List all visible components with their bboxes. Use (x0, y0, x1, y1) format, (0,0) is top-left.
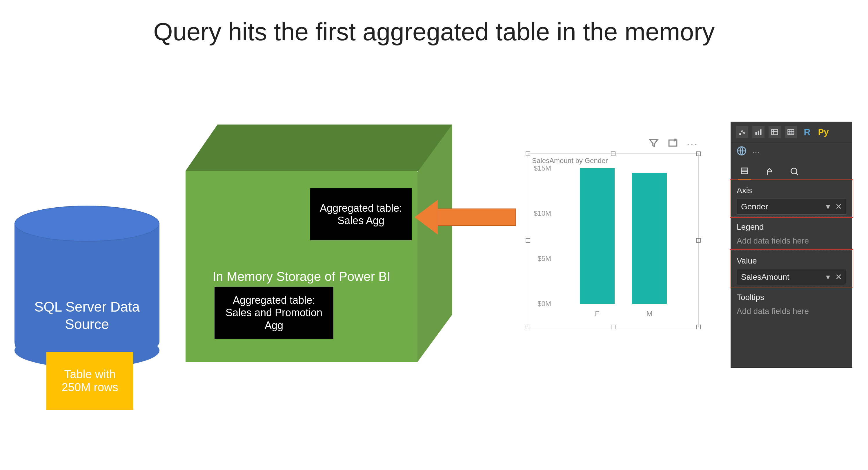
svg-rect-5 (758, 131, 759, 135)
globe-icon[interactable] (736, 145, 747, 158)
chart-plot-area: $0M$5M$10M$15MFM (554, 168, 692, 304)
svg-rect-16 (741, 168, 748, 174)
chevron-down-icon[interactable]: ▾ (826, 272, 830, 282)
values-field-name: SalesAmount (741, 272, 789, 282)
viz-combo-icon[interactable] (752, 126, 765, 138)
chevron-down-icon[interactable]: ▾ (826, 202, 830, 211)
legend-placeholder: Add data fields here (737, 233, 846, 248)
axis-field-name: Gender (741, 202, 768, 211)
x-axis-tick: F (580, 309, 615, 318)
tooltips-well-label: Tooltips (737, 291, 846, 304)
format-tab-icon[interactable] (763, 167, 776, 180)
resize-handle[interactable] (696, 325, 701, 329)
remove-field-icon[interactable]: ✕ (835, 202, 842, 211)
bar-chart-visual[interactable]: ··· SalesAmount by Gender $0M$5M$10M$15M… (528, 154, 699, 327)
aggregated-table-sales-promotion-agg: Aggregated table: Sales and Promotion Ag… (215, 287, 333, 339)
remove-field-icon[interactable]: ✕ (835, 272, 842, 282)
axis-well[interactable]: Axis Gender ▾ ✕ (731, 180, 852, 216)
values-well-label: Value (737, 255, 846, 267)
resize-handle[interactable] (611, 325, 616, 329)
resize-handle[interactable] (696, 238, 701, 243)
more-options-icon[interactable]: ··· (687, 138, 699, 149)
svg-rect-10 (788, 129, 794, 135)
viz-type-row: R Py (731, 122, 852, 142)
filter-icon[interactable] (649, 138, 659, 149)
sql-source-label: SQL Server Data Source (14, 298, 159, 333)
viz-scatter-icon[interactable] (736, 126, 748, 138)
y-axis-tick: $10M (531, 209, 551, 217)
svg-rect-6 (760, 129, 762, 135)
viz-py-icon[interactable]: Py (817, 126, 830, 138)
aggregated-table-sales-agg: Aggregated table: Sales Agg (310, 188, 412, 240)
y-axis-tick: $15M (531, 164, 551, 172)
y-axis-tick: $5M (531, 255, 551, 263)
sql-server-cylinder: SQL Server Data Source (14, 223, 159, 359)
svg-point-2 (742, 131, 743, 132)
page-title: Query hits the first aggregated table in… (0, 18, 868, 46)
query-arrow (414, 203, 516, 232)
x-axis-tick: M (632, 309, 667, 318)
axis-field-pill[interactable]: Gender ▾ ✕ (737, 199, 846, 214)
values-field-pill[interactable]: SalesAmount ▾ ✕ (737, 269, 846, 285)
svg-point-3 (744, 132, 745, 134)
resize-handle[interactable] (526, 325, 530, 329)
viz-r-icon[interactable]: R (801, 126, 813, 138)
fields-tab-icon[interactable] (738, 167, 751, 180)
resize-handle[interactable] (696, 152, 701, 156)
viz-matrix-icon[interactable] (785, 126, 797, 138)
legend-well[interactable]: Legend Add data fields here (731, 216, 852, 250)
svg-point-1 (740, 134, 741, 135)
resize-handle[interactable] (526, 152, 530, 156)
chart-bar[interactable] (632, 173, 667, 304)
chart-bar[interactable] (580, 168, 615, 304)
legend-well-label: Legend (737, 221, 846, 233)
more-viz-icon[interactable]: ··· (752, 147, 760, 157)
visualizations-pane[interactable]: R Py ··· Axis Gender ▾ (731, 122, 852, 368)
cube-title: In Memory Storage of Power BI (186, 269, 417, 284)
axis-well-label: Axis (737, 184, 846, 197)
y-axis-tick: $0M (531, 300, 551, 308)
svg-line-20 (796, 173, 798, 175)
values-well[interactable]: Value SalesAmount ▾ ✕ (731, 250, 852, 287)
resize-handle[interactable] (611, 152, 616, 156)
table-rows-badge: Table with 250M rows (46, 352, 133, 410)
analytics-tab-icon[interactable] (788, 167, 801, 180)
resize-handle[interactable] (526, 238, 530, 243)
tooltips-well[interactable]: Tooltips Add data fields here (731, 287, 852, 321)
svg-point-19 (791, 168, 797, 174)
svg-rect-7 (772, 129, 778, 135)
viz-table-icon[interactable] (769, 126, 781, 138)
tooltips-placeholder: Add data fields here (737, 304, 846, 319)
svg-rect-4 (755, 132, 757, 135)
focus-mode-icon[interactable] (668, 138, 678, 149)
